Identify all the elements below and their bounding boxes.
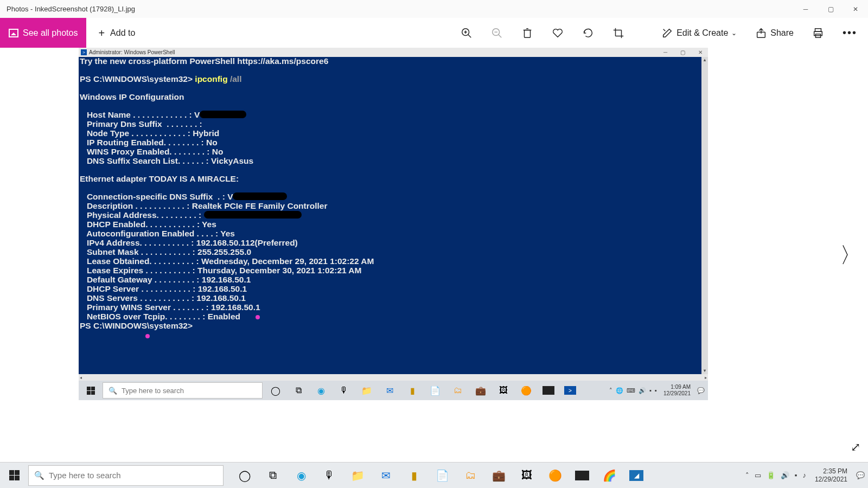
app-icon[interactable]: 💼 (490, 467, 507, 484)
share-button[interactable]: Share (755, 27, 794, 39)
folder-icon[interactable]: 🗂 (462, 467, 478, 484)
keyboard-icon[interactable]: ⌨ (627, 387, 635, 394)
fullscreen-button[interactable]: ⤢ (851, 440, 860, 454)
redaction (233, 192, 287, 200)
close-button[interactable]: ✕ (843, 0, 868, 18)
inner-search-placeholder: Type here to search (122, 387, 184, 395)
mic-icon[interactable]: 🎙 (321, 467, 337, 484)
photo-viewport: 〉 ⤢ > Administrator: Windows PowerShell … (0, 48, 868, 462)
cortana-icon[interactable]: ◯ (237, 467, 253, 484)
favorite-button[interactable] (552, 27, 564, 39)
terminal-icon[interactable] (542, 386, 554, 395)
folder-icon[interactable]: 🗂 (451, 384, 464, 397)
print-button[interactable] (812, 27, 824, 39)
photos-taskbar-icon[interactable]: ◢ (629, 470, 643, 481)
app-icon[interactable]: 📄 (434, 467, 450, 484)
redaction (204, 211, 302, 219)
photo-icon (9, 29, 18, 37)
battery-icon[interactable]: 🔋 (767, 471, 775, 479)
powershell-taskbar-icon[interactable]: > (564, 386, 576, 395)
terminal-hscrollbar[interactable]: ◂▸ (79, 374, 708, 381)
app-icon[interactable]: 🟠 (520, 384, 533, 397)
see-all-label: See all photos (23, 28, 78, 38)
task-view-icon[interactable]: ⧉ (265, 467, 281, 484)
start-button[interactable] (0, 470, 28, 480)
app-icon[interactable]: 📄 (429, 384, 442, 397)
maximize-button[interactable]: ▢ (818, 0, 843, 18)
add-to-label: Add to (110, 28, 135, 38)
explorer-icon[interactable]: 📁 (360, 384, 373, 397)
volume-icon[interactable]: 🔊 (781, 471, 789, 479)
edge-icon[interactable]: ◉ (293, 467, 309, 484)
delete-button[interactable] (521, 27, 533, 39)
ps-minimize-button[interactable]: ─ (663, 49, 667, 55)
app-icon[interactable]: 📁 (349, 467, 366, 484)
more-button[interactable]: ••• (843, 27, 857, 39)
taskbar-apps: ◯ ⧉ ◉ 🎙 📁 ✉ ▮ 📄 🗂 💼 🖼 🟠 🌈 ◢ (224, 467, 643, 484)
mail-icon[interactable]: ✉ (378, 467, 394, 484)
app-icon[interactable]: 🖼 (519, 467, 535, 484)
chrome-icon[interactable]: 🌈 (601, 467, 617, 484)
ink-mark (256, 315, 260, 319)
search-icon: 🔍 (108, 387, 117, 395)
volume-icon[interactable]: 🔊 (639, 387, 646, 394)
inner-search-box[interactable]: 🔍 Type here to search (103, 382, 263, 399)
plus-icon: + (98, 28, 105, 38)
outer-taskbar: 🔍 Type here to search ◯ ⧉ ◉ 🎙 📁 ✉ ▮ 📄 🗂 … (0, 462, 868, 488)
inner-start-button[interactable] (79, 387, 103, 395)
edge-icon[interactable]: ◉ (315, 384, 328, 397)
app-icon[interactable]: 💼 (474, 384, 487, 397)
next-photo-button[interactable]: 〉 (840, 240, 861, 270)
window-controls: ─ ▢ ✕ (793, 0, 868, 18)
search-icon: 🔍 (34, 471, 44, 480)
crop-button[interactable] (612, 27, 624, 39)
add-to-button[interactable]: + Add to (86, 28, 147, 38)
svg-rect-7 (525, 30, 531, 37)
photos-toolbar: See all photos + Add to Edit & Create ⌄ … (0, 18, 868, 48)
search-placeholder: Type here to search (49, 471, 121, 480)
terminal-output[interactable]: Try the new cross-platform PowerShell ht… (79, 57, 708, 374)
terminal-vscrollbar[interactable]: ▴▾ (701, 57, 708, 374)
embedded-screenshot: > Administrator: Windows PowerShell ─ ▢ … (79, 48, 708, 400)
ps-maximize-button[interactable]: ▢ (680, 49, 685, 55)
clock[interactable]: 2:35 PM 12/29/2021 (812, 467, 851, 484)
tray-chevron-icon[interactable]: ˄ (609, 387, 612, 394)
zoom-in-button[interactable] (461, 27, 473, 39)
notifications-icon[interactable]: 💬 (856, 471, 865, 479)
task-view-icon[interactable]: ⧉ (292, 384, 305, 397)
tray-icon[interactable]: ▪ (795, 471, 797, 479)
svg-line-14 (663, 29, 666, 31)
tray-chevron-icon[interactable]: ˄ (745, 471, 749, 479)
mail-icon[interactable]: ✉ (383, 384, 396, 397)
search-box[interactable]: 🔍 Type here to search (28, 465, 224, 486)
notes-icon[interactable]: ▮ (406, 384, 419, 397)
minimize-button[interactable]: ─ (793, 0, 818, 18)
mic-icon[interactable]: 🎙 (337, 384, 350, 397)
app-icon[interactable]: 🖼 (497, 384, 510, 397)
tray-icon[interactable]: ▪ (655, 387, 657, 394)
ps-close-button[interactable]: ✕ (698, 49, 703, 55)
rotate-button[interactable] (582, 27, 594, 39)
terminal-icon[interactable] (575, 471, 589, 480)
tray-icon[interactable]: ▪ (649, 387, 652, 394)
inner-taskbar-apps: ◯ ⧉ ◉ 🎙 📁 ✉ ▮ 📄 🗂 💼 🖼 🟠 > (263, 384, 576, 397)
notes-icon[interactable]: ▮ (406, 467, 422, 484)
powershell-icon: > (81, 49, 87, 55)
tray-icon[interactable]: ♪ (802, 471, 806, 479)
app-icon[interactable]: 🟠 (547, 467, 563, 484)
photos-titlebar: Photos - InkedScreenshot (17928)_LI.jpg … (0, 0, 868, 18)
inner-systray: ˄ 🌐 ⌨ 🔊 ▪ ▪ 1:09 AM 12/29/2021 💬 (609, 384, 708, 397)
zoom-out-button[interactable] (491, 27, 503, 39)
see-all-photos-button[interactable]: See all photos (0, 18, 86, 48)
ink-mark (145, 334, 150, 338)
notifications-icon[interactable]: 💬 (697, 387, 705, 394)
inner-clock[interactable]: 1:09 AM 12/29/2021 (660, 384, 694, 397)
network-icon[interactable]: 🌐 (616, 387, 623, 394)
systray: ˄ ▭ 🔋 🔊 ▪ ♪ 2:35 PM 12/29/2021 💬 (745, 467, 868, 484)
svg-line-5 (499, 34, 502, 37)
tray-icon[interactable]: ▭ (755, 471, 761, 479)
edit-create-button[interactable]: Edit & Create ⌄ (661, 27, 737, 39)
redaction (200, 111, 246, 118)
window-title: Photos - InkedScreenshot (17928)_LI.jpg (7, 5, 135, 13)
cortana-icon[interactable]: ◯ (269, 384, 282, 397)
